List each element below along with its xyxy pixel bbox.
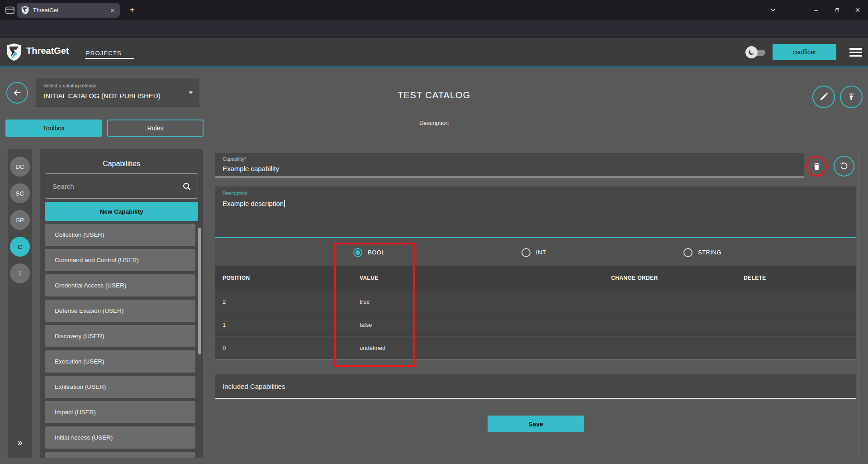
screen: ThreatGet × + [0, 0, 868, 464]
radio-option-int[interactable]: INT [522, 239, 546, 266]
rail-item-sc[interactable]: SC [10, 183, 30, 203]
radio-option-string[interactable]: STRING [683, 239, 721, 266]
restore-button[interactable] [826, 0, 847, 20]
tab-title: ThreatGet [33, 7, 109, 14]
text-cursor [284, 200, 285, 207]
radio-string-icon[interactable] [683, 248, 693, 257]
values-table-header: POSITION VALUE CHANGE ORDER DELETE [215, 266, 856, 290]
tab-toolbox[interactable]: Toolbox [5, 120, 102, 137]
moon-icon [745, 46, 758, 58]
capability-name-field[interactable]: Capability* Example capability [215, 153, 804, 177]
window-controls [806, 0, 868, 20]
rail-item-dc[interactable]: DC [10, 157, 30, 177]
header-accent-line [0, 66, 868, 67]
values-table: POSITION VALUE CHANGE ORDER DELETE 2 tru… [215, 266, 856, 359]
capability-field-label: Capability* [223, 156, 247, 162]
tab-close-icon[interactable]: × [109, 6, 115, 14]
capabilities-title: Capabilities [40, 160, 203, 168]
nav-projects[interactable]: PROJECTS [86, 50, 122, 57]
radio-option-bool[interactable]: BOOL [353, 239, 385, 266]
browser-tab[interactable]: ThreatGet × [17, 3, 120, 18]
capability-list-item[interactable]: Command and Control (USER) [45, 249, 195, 271]
capability-list-item[interactable]: Initial Access (USER) [45, 426, 195, 449]
capability-list-item[interactable]: Exfiltration (USER) [45, 376, 195, 398]
col-value: VALUE [352, 275, 604, 281]
table-row: 1 false [215, 313, 856, 336]
capability-list-item[interactable]: Discovery (USER) [45, 325, 195, 347]
table-row: 2 true [215, 290, 856, 313]
rail-item-t[interactable]: T [10, 263, 30, 283]
edit-catalog-button[interactable] [812, 86, 835, 108]
divider [215, 410, 856, 410]
radio-int-icon[interactable] [522, 248, 531, 257]
search-icon [181, 181, 192, 192]
list-scrollbar-thumb[interactable] [198, 228, 201, 354]
description-field-label: Description [223, 191, 247, 196]
content-scroll-edge [858, 149, 859, 458]
nav-active-underline [85, 58, 134, 59]
rail-item-sp[interactable]: SP [10, 210, 30, 230]
reset-button[interactable] [834, 156, 854, 177]
search-input[interactable] [45, 174, 198, 198]
capability-list-item[interactable]: Collection (USER) [45, 224, 195, 246]
col-change-order: CHANGE ORDER [604, 275, 736, 281]
browser-toolbar: ← → http://localhost:4200/#/catalogs/24e… [0, 20, 868, 38]
capability-list-item[interactable]: Impact (USER) [45, 401, 195, 423]
capability-list-item-partial[interactable] [45, 452, 195, 458]
release-select-label: Select a catalog release [43, 83, 96, 88]
app-menu-icon[interactable] [849, 48, 862, 57]
list-tabs-chevron-icon[interactable] [764, 0, 782, 20]
threatget-logo [6, 43, 22, 61]
new-tab-button[interactable]: + [126, 4, 138, 16]
category-rail: DC SC SP C T » [8, 149, 32, 458]
description-field[interactable]: Description Example description [215, 187, 856, 238]
value-type-selector: BOOL INT STRING [215, 239, 856, 266]
browser-tab-bar: ThreatGet × + [0, 0, 868, 20]
capability-search [45, 173, 198, 199]
capabilities-panel: Capabilities New Capability Collection (… [40, 149, 203, 458]
firefox-view-icon[interactable] [5, 5, 15, 15]
description-field-value: Example description [223, 200, 285, 207]
col-delete: DELETE [736, 275, 856, 281]
table-row: 0 undefined [215, 336, 856, 359]
minimize-button[interactable] [806, 0, 826, 20]
user-button[interactable]: csofficer [773, 44, 836, 60]
included-capabilities-field[interactable]: Included Capabilities [215, 374, 856, 399]
dark-mode-toggle[interactable] [745, 46, 766, 59]
capability-list-item[interactable]: Execution (USER) [45, 350, 195, 373]
new-capability-button[interactable]: New Capability [45, 202, 198, 221]
rail-expand-icon[interactable]: » [8, 437, 32, 448]
reset-icon [839, 161, 849, 171]
capability-list-item[interactable]: Credential Access (USER) [45, 274, 195, 297]
tab-rules[interactable]: Rules [107, 120, 204, 137]
radio-bool-icon[interactable] [353, 248, 362, 257]
delete-capability-button[interactable] [806, 156, 827, 177]
capability-field-value: Example capability [223, 165, 279, 172]
col-position: POSITION [215, 275, 352, 281]
brand-name: ThreatGet [26, 46, 69, 56]
threatget-favicon [21, 6, 29, 14]
capability-list-item[interactable]: Defense Evasion (USER) [45, 300, 195, 322]
close-window-button[interactable] [847, 0, 868, 20]
trash-icon [812, 162, 821, 171]
save-button[interactable]: Save [488, 416, 584, 432]
publish-upload-button[interactable] [840, 86, 863, 108]
rail-item-c-active[interactable]: C [10, 237, 30, 257]
app-header: ThreatGet PROJECTS csofficer [0, 38, 868, 66]
page-title: TEST CATALOG [0, 90, 868, 100]
